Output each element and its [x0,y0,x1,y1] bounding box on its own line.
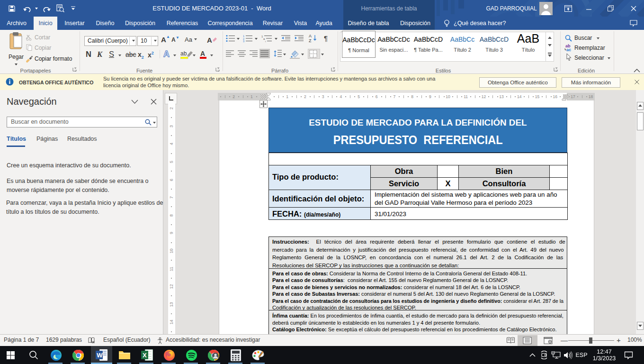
svg-text:A: A [207,36,212,44]
svg-text:i: i [265,40,266,43]
svg-text:A: A [200,50,205,57]
svg-text:3: 3 [243,40,244,42]
svg-text:Z: Z [309,38,312,43]
svg-text:A: A [309,34,312,38]
svg-text:W: W [97,352,103,359]
svg-text:X: X [143,352,147,359]
svg-text:ac: ac [566,47,571,52]
svg-text:ab: ab [180,50,187,57]
